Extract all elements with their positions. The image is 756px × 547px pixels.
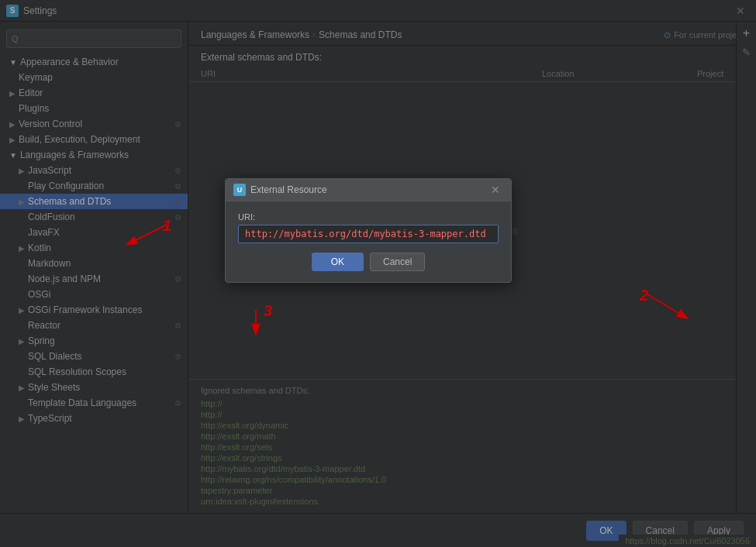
dialog-title: External Resource [250,184,488,195]
dialog-ok-button[interactable]: OK [312,253,364,271]
uri-field-label: URI: [238,212,499,222]
dialog-overlay: U External Resource ✕ URI: OK Cancel [0,0,756,547]
dialog-close-button[interactable]: ✕ [488,184,503,196]
dialog-icon: U [233,184,246,196]
external-resource-dialog: U External Resource ✕ URI: OK Cancel [225,178,512,283]
dialog-body: URI: OK Cancel [226,201,511,282]
dialog-title-bar: U External Resource ✕ [226,179,511,201]
uri-input-wrapper [238,225,499,243]
dialog-buttons: OK Cancel [238,253,499,271]
dialog-cancel-button[interactable]: Cancel [370,253,425,271]
uri-input[interactable] [238,225,499,243]
